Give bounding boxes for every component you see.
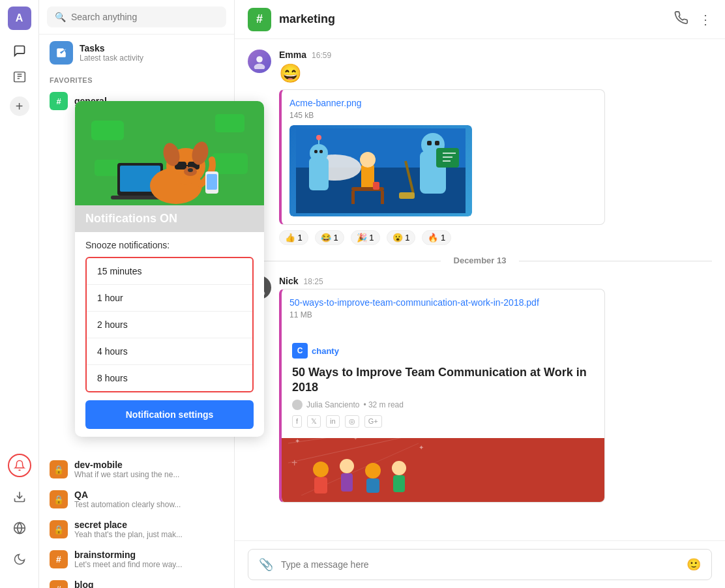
svg-rect-32 [314,150,318,153]
tasks-subtitle: Latest task activity [80,53,143,63]
contacts-icon[interactable] [8,65,31,89]
icon-rail: A + [0,0,39,588]
chat-header-left: # marketing [248,8,335,31]
chanty-logo: C [292,343,308,359]
attachment-icon[interactable]: 📎 [259,557,273,572]
tasks-text: Tasks Latest task activity [80,43,143,63]
acme-banner-size: 145 kB [289,111,597,120]
bell-icon[interactable] [8,454,31,477]
social-ig: ◎ [345,415,359,428]
reaction-confetti[interactable]: 🎉 1 [351,230,380,245]
pdf-preview-area: C chanty 50 Ways to Improve Team Communi… [282,332,604,502]
channel-dev-mobile-name: dev-mobile [74,460,179,470]
sidebar-item-secret[interactable]: 🔒 secret place Yeah that's the plan, jus… [39,514,234,544]
emma-author: Emma [279,50,306,60]
message-group-nick: Nick 18:25 50-ways-to-improve-team-commu… [248,276,712,503]
message-input[interactable] [281,559,679,570]
reaction-thumbs-up[interactable]: 👍 1 [279,230,308,245]
sidebar-item-brainstorming[interactable]: # brainstorming Let's meet and find more… [39,544,234,574]
add-workspace-button[interactable]: + [10,96,29,116]
channel-secret-preview: Yeah that's the plan, just mak... [74,530,183,539]
channel-brainstorming-preview: Let's meet and find more way... [74,560,182,569]
channel-badge: # [248,8,271,31]
pdf-size: 11 MB [289,310,597,319]
search-icon: 🔍 [55,12,66,22]
svg-rect-9 [215,114,244,132]
svg-point-35 [316,135,321,140]
svg-point-25 [256,56,263,63]
reaction-laugh[interactable]: 😂 1 [315,230,344,245]
reaction-surprised[interactable]: 😮 1 [387,230,416,245]
user-avatar[interactable]: A [8,7,31,30]
pdf-read-time: • 32 m read [363,400,404,409]
channel-qa-icon: 🔒 [50,490,68,508]
snooze-1hour[interactable]: 1 hour [87,285,252,312]
sidebar-item-qa[interactable]: 🔒 QA Test automation clearly show... [39,484,234,514]
snooze-4hours[interactable]: 4 hours [87,338,252,365]
phone-icon[interactable] [674,10,688,28]
pdf-preview-title: 50 Ways to Improve Team Communication at… [292,365,594,396]
bell-ring-indicator [8,454,31,477]
chanty-label: chanty [312,346,339,356]
emoji-picker-icon[interactable]: 🙂 [687,557,701,572]
more-options-icon[interactable]: ⋮ [699,12,712,27]
notification-dog-area [75,101,264,205]
svg-point-62 [365,463,381,478]
svg-text:✦: ✦ [295,438,300,445]
svg-rect-10 [212,153,248,174]
acme-banner-name[interactable]: Acme-banner.png [289,98,597,108]
nick-meta: Nick 18:25 [279,276,712,286]
sidebar: 🔍 Tasks Latest task activity FAVORITES #… [39,0,235,588]
chat-channel-name: marketing [279,12,335,26]
sidebar-item-blog[interactable]: # blog Yep, 100% agree, got our gues... [39,574,234,588]
search-input-wrap[interactable]: 🔍 [47,7,226,27]
chat-input-area: 📎 🙂 [235,540,725,588]
channel-secret-icon: 🔒 [50,520,68,538]
svg-rect-7 [91,121,124,140]
snooze-2hours[interactable]: 2 hours [87,312,252,338]
reaction-fire[interactable]: 🔥 1 [422,230,451,245]
acme-banner-attachment: Acme-banner.png 145 kB [279,89,605,225]
tasks-item[interactable]: Tasks Latest task activity [39,35,234,71]
channel-blog-text: blog Yep, 100% agree, got our gues... [74,580,188,588]
sidebar-item-dev-mobile[interactable]: 🔒 dev-mobile What if we start using the … [39,454,234,484]
pdf-name[interactable]: 50-ways-to-improve-team-communication-at… [289,297,597,308]
chat-header: # marketing ⋮ [235,0,725,39]
svg-rect-48 [436,148,459,168]
svg-rect-36 [361,164,374,190]
date-divider-dec13: December 13 [248,256,712,265]
dog-illustration [85,101,254,205]
favorites-label: FAVORITES [39,71,234,87]
channel-secret-name: secret place [74,520,183,530]
svg-point-64 [392,461,406,475]
moon-icon[interactable] [8,548,31,571]
globe-icon[interactable] [8,516,31,540]
channel-brainstorming-icon: # [50,550,68,568]
acme-banner-img [289,125,472,216]
pdf-author-name: Julia Sanciento [306,400,359,409]
nick-author: Nick [279,276,299,286]
pdf-social-icons: f 𝕏 in ◎ G+ [292,415,594,428]
snooze-15min[interactable]: 15 minutes [87,258,252,285]
search-input[interactable] [71,12,218,22]
main-chat: # marketing ⋮ Emma 16:5 [235,0,725,588]
svg-rect-61 [341,473,353,492]
notification-popup: Notifications ON Snooze notifications: 1… [75,101,264,437]
channel-dev-mobile-preview: What if we start using the ne... [74,470,179,479]
social-gp: G+ [364,415,382,428]
chat-icon[interactable] [8,39,31,63]
channel-dev-mobile-icon: 🔒 [50,460,68,478]
message-group-emma: Emma 16:59 😄 Acme-banner.png 145 kB [248,50,712,245]
snooze-label: Snooze notifications: [85,240,254,250]
snooze-8hours[interactable]: 8 hours [87,365,252,391]
svg-point-60 [340,459,354,473]
social-li: in [326,415,340,428]
svg-rect-24 [207,174,217,190]
download-icon[interactable] [8,485,31,508]
svg-rect-30 [309,158,329,190]
channel-dev-mobile-text: dev-mobile What if we start using the ne… [74,460,179,479]
channel-blog-icon: # [50,580,68,588]
channel-secret-text: secret place Yeah that's the plan, just … [74,520,183,539]
svg-point-37 [360,152,376,168]
notification-settings-button[interactable]: Notification settings [85,400,254,429]
